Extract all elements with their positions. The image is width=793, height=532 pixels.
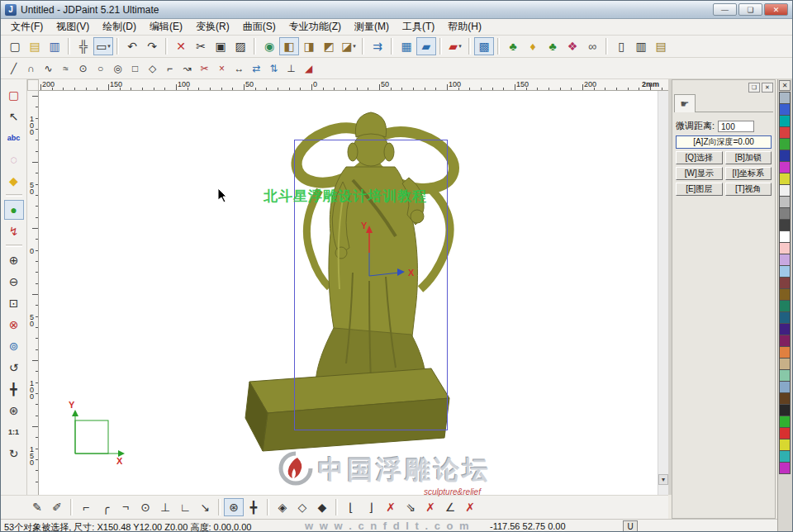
extend-tool-button[interactable]: ↔: [230, 60, 248, 77]
snap-off-3-button[interactable]: ✗: [460, 498, 480, 516]
column-list-button[interactable]: ▥: [631, 37, 651, 55]
material-palette-button[interactable]: ❖: [563, 37, 582, 55]
drape-surface-button[interactable]: ◪▾: [339, 37, 359, 55]
select-mode-button[interactable]: [Q]选择: [676, 151, 723, 164]
color-swatch[interactable]: [779, 196, 791, 208]
vertical-scrollbar[interactable]: ▾: [658, 91, 668, 495]
dropdown-arrow-icon[interactable]: ▾: [458, 43, 462, 50]
rect-tool-button[interactable]: □: [126, 60, 144, 77]
circle-center-tool-button[interactable]: ⊙: [74, 60, 92, 77]
clipboard-panel-button[interactable]: ▯: [611, 37, 631, 55]
menu-pro-functions[interactable]: 专业功能(Z): [283, 18, 348, 36]
new-file-button[interactable]: ▢: [5, 37, 25, 55]
canvas-viewport[interactable]: Y X Y X 北斗星浮雕设计培训教程 ▾: [39, 91, 668, 495]
tangent-constraint-button[interactable]: ∟: [175, 498, 195, 516]
ring-tool-button[interactable]: ◎: [109, 60, 126, 77]
color-swatch[interactable]: [779, 335, 791, 347]
node-edit-tool[interactable]: ◌: [4, 150, 24, 169]
snap-off-2-button[interactable]: ✗: [420, 498, 440, 516]
paste-button[interactable]: ▨: [230, 37, 250, 55]
minimize-button[interactable]: —: [713, 3, 737, 16]
snap-node-button[interactable]: ╋: [244, 498, 264, 516]
fill-diamond-tool[interactable]: ◆: [4, 171, 24, 191]
color-swatch[interactable]: [779, 369, 791, 382]
grid-surface-button[interactable]: ▦: [396, 37, 416, 55]
layer-button[interactable]: [E]图层: [676, 183, 723, 196]
color-swatch[interactable]: [779, 427, 791, 439]
scissors-tool-button[interactable]: ✂: [196, 60, 213, 77]
blue-panel-button[interactable]: ▰: [416, 37, 436, 55]
color-swatch[interactable]: [779, 381, 791, 393]
z-depth-button[interactable]: [A]Z向深度=0.00: [676, 135, 772, 149]
zoom-1to1-tool[interactable]: 1:1: [4, 422, 24, 442]
panel-float-button[interactable]: ❏: [748, 83, 760, 93]
compile-relief-button[interactable]: ▩: [474, 37, 494, 55]
redo-button[interactable]: ↷: [142, 37, 162, 55]
crosshair-tool-button[interactable]: ╬: [74, 37, 93, 55]
fine-tune-value-field[interactable]: 100: [718, 121, 754, 132]
circle-tool-button[interactable]: ○: [92, 60, 109, 77]
zoom-out-tool[interactable]: ⊖: [4, 272, 24, 292]
lamp-view-button[interactable]: ▤: [651, 37, 671, 55]
select-region-tool[interactable]: ▢: [4, 85, 24, 105]
lock-button[interactable]: [B]加锁: [725, 151, 772, 164]
mirror-tool-button[interactable]: ⇄: [248, 60, 265, 77]
maximize-button[interactable]: ❏: [738, 3, 762, 16]
text-tool[interactable]: abc: [4, 128, 24, 148]
lamp-model-button[interactable]: ♦: [523, 37, 543, 55]
zoom-dynamic-tool[interactable]: ⊛: [4, 401, 24, 420]
line-tool-button[interactable]: ╱: [5, 60, 22, 77]
color-swatch[interactable]: [779, 92, 791, 104]
color-swatch[interactable]: [779, 161, 791, 173]
color-swatch[interactable]: [779, 462, 791, 474]
sphere-surface-button[interactable]: ◉: [259, 37, 279, 55]
color-swatch[interactable]: [779, 138, 791, 150]
palette-close-icon[interactable]: ✕: [779, 80, 791, 91]
snap-quadrant-button[interactable]: ◈: [273, 498, 292, 516]
color-swatch[interactable]: [779, 277, 791, 289]
plant-model-button[interactable]: ♣: [543, 37, 563, 55]
unit-button[interactable]: U: [623, 520, 638, 532]
zoom-extents-tool[interactable]: ⊗: [4, 315, 24, 335]
menu-surface[interactable]: 曲面(S): [236, 18, 283, 36]
arc-tool-button[interactable]: ∩: [22, 60, 40, 77]
open-file-button[interactable]: ▤: [25, 37, 45, 55]
dropdown-arrow-icon[interactable]: ▾: [107, 43, 111, 50]
perp-constraint-button[interactable]: ⊥: [155, 498, 175, 516]
menu-measure[interactable]: 测量(M): [348, 18, 396, 36]
delete-button[interactable]: ✕: [171, 37, 191, 55]
pick-arrow-tool[interactable]: ↖: [4, 107, 24, 126]
loft-surface-button[interactable]: ◨: [299, 37, 319, 55]
menu-help[interactable]: 帮助(H): [441, 18, 488, 36]
color-swatch[interactable]: [779, 450, 791, 463]
mesh-surface-button[interactable]: ◧: [279, 37, 299, 55]
probe-tool[interactable]: ✐: [47, 498, 67, 516]
nudge-button[interactable]: ⇘: [401, 498, 420, 516]
curve-tool-button[interactable]: ∿: [40, 60, 57, 77]
undo-button[interactable]: ↶: [122, 37, 142, 55]
toolpath-button[interactable]: ⇉: [368, 37, 387, 55]
color-swatch[interactable]: [779, 404, 791, 416]
link-nodes-button[interactable]: ∞: [582, 37, 602, 55]
align-bottom-button[interactable]: ⌊: [341, 498, 361, 516]
color-swatch[interactable]: [779, 230, 791, 243]
snap-grid-button[interactable]: ⊛: [224, 498, 244, 516]
copy-button[interactable]: ▣: [211, 37, 230, 55]
snap-off-1-button[interactable]: ✗: [381, 498, 401, 516]
hand-tool-tab[interactable]: ☛: [674, 94, 696, 112]
color-swatch[interactable]: [779, 300, 791, 312]
color-swatch[interactable]: [779, 242, 791, 254]
zoom-previous-tool[interactable]: ↺: [4, 358, 24, 378]
world-view-tool[interactable]: ⊚: [4, 336, 24, 356]
polygon-tool-button[interactable]: ◇: [144, 60, 161, 77]
trim-tool-button[interactable]: ×: [213, 60, 230, 77]
color-swatch[interactable]: [779, 416, 791, 428]
menu-draw[interactable]: 绘制(D): [96, 18, 143, 36]
zoom-window-tool[interactable]: ⊡: [4, 293, 24, 313]
tree-model-button[interactable]: ♣: [503, 37, 523, 55]
wave-tool-button[interactable]: ≈: [57, 60, 74, 77]
color-swatch[interactable]: [779, 173, 791, 185]
color-swatch[interactable]: [779, 184, 791, 197]
corner-chamfer-button[interactable]: ¬: [116, 498, 135, 516]
align-corner-button[interactable]: ⌋: [361, 498, 381, 516]
